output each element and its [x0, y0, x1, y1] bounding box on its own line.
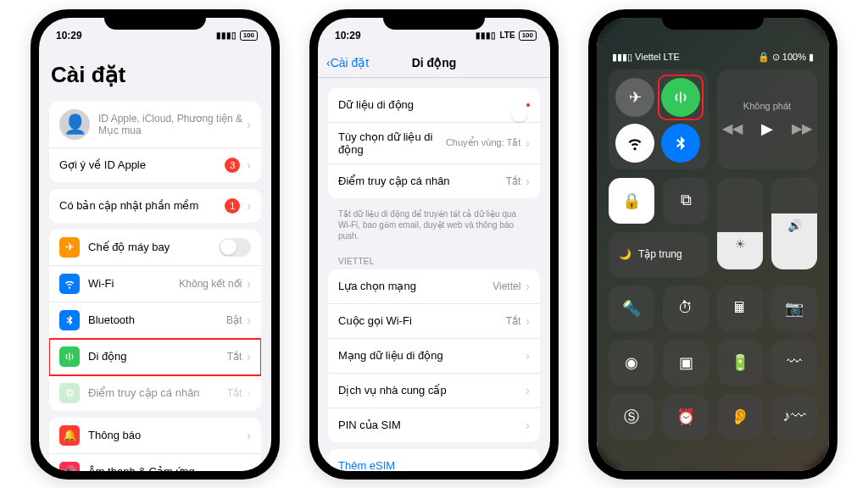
simpin-label: PIN của SIM [338, 419, 524, 431]
row-notifications[interactable]: 🔔 Thông báo › [49, 418, 261, 454]
chevron-right-icon: › [247, 277, 251, 291]
wificall-label: Cuộc gọi Wi-Fi [338, 314, 506, 327]
cc-qr-scan[interactable]: ▣ [663, 340, 709, 385]
cc-screen-mirror[interactable]: ⧉ [663, 178, 709, 224]
back-button[interactable]: ‹ Cài đặt [326, 56, 369, 69]
cc-status-bar: ▮▮▮▯ Viettel LTE 🔒 ⊙ 100% ▮ [609, 52, 817, 69]
row-cellular[interactable]: Di động Tắt › [49, 339, 261, 375]
chevron-right-icon: › [526, 136, 530, 150]
chevron-right-icon: › [526, 384, 530, 397]
cc-alarm[interactable]: ⏰ [663, 394, 709, 440]
row-personal-hotspot[interactable]: Điểm truy cập cá nhân Tắt › [328, 164, 540, 198]
row-data-network[interactable]: Mạng dữ liệu di động › [328, 339, 540, 374]
status-right: ▮▮▮▯ LTE 100 [476, 30, 537, 41]
chevron-right-icon: › [526, 175, 530, 188]
suggestion-label: Gợi ý về ID Apple [59, 158, 225, 171]
status-time: 10:29 [56, 30, 82, 42]
brightness-fill: ☀ [717, 232, 763, 269]
row-wifi[interactable]: Wi-Fi Không kết nối › [49, 266, 261, 302]
bell-icon: 🔔 [59, 425, 80, 446]
back-label: Cài đặt [331, 56, 370, 69]
cc-sound-recognition[interactable]: 〰 [771, 340, 817, 385]
hotspot-icon: ⧉ [59, 383, 80, 403]
focus-label: Tập trung [638, 248, 682, 260]
cc-grid: ✈ Không phát ◀◀ ▶ ▶▶ [609, 69, 817, 440]
network-label: Lựa chọn mạng [338, 280, 492, 292]
row-appleid-profile[interactable]: 👤 ID Apple, iCloud, Phương tiện & Mục mu… [49, 102, 261, 148]
play-icon[interactable]: ▶ [761, 119, 773, 138]
row-data-options[interactable]: Tùy chọn dữ liệu di động Chuyển vùng: Tắ… [328, 123, 540, 164]
cc-low-power[interactable]: 🔋 [717, 340, 763, 385]
cc-shazam[interactable]: Ⓢ [609, 394, 654, 440]
bt-label: Bluetooth [88, 313, 226, 326]
cc-focus-tile[interactable]: 🌙 Tập trung [609, 232, 709, 277]
row-appleid-suggestion[interactable]: Gợi ý về ID Apple 3 › [49, 148, 261, 182]
cc-airplane-button[interactable]: ✈ [615, 78, 654, 117]
cc-screen-record[interactable]: ◉ [609, 340, 654, 385]
row-add-esim[interactable]: Thêm eSIM [328, 449, 540, 471]
status-time: 10:29 [335, 30, 361, 42]
chevron-right-icon: › [526, 419, 530, 432]
cc-calculator[interactable]: 🖩 [717, 286, 763, 331]
addesim-label: Thêm eSIM [338, 459, 530, 471]
row-bluetooth[interactable]: Bluetooth Bật › [49, 302, 261, 339]
row-software-update[interactable]: Có bản cập nhật phần mềm 1 › [49, 189, 261, 223]
phone-control-center: ▮▮▮▯ Viettel LTE 🔒 ⊙ 100% ▮ ✈ [588, 9, 837, 480]
row-hotspot[interactable]: ⧉ Điểm truy cập cá nhân Tắt › [49, 375, 261, 411]
cc-flashlight[interactable]: 🔦 [609, 286, 654, 331]
wifi-label: Wi-Fi [88, 277, 179, 290]
prev-icon[interactable]: ◀◀ [722, 120, 743, 136]
row-wifi-calling[interactable]: Cuộc gọi Wi-Fi Tắt › [328, 304, 540, 339]
appleid-line1: ID Apple, iCloud, Phương tiện & [98, 113, 245, 125]
group-esim: Thêm eSIM [328, 449, 540, 471]
nav-title: Di động [412, 56, 457, 69]
wifi-value: Không kết nối [179, 278, 242, 290]
control-center-bg: ▮▮▮▯ Viettel LTE 🔒 ⊙ 100% ▮ ✈ [597, 18, 829, 471]
section-header-carrier: VIETTEL [318, 245, 550, 269]
next-icon[interactable]: ▶▶ [792, 120, 812, 136]
airplane-toggle[interactable] [219, 238, 251, 257]
highlight-toggle [526, 103, 530, 107]
group-connectivity: ✈ Chế độ máy bay Wi-Fi Không kết nối › B… [49, 230, 261, 411]
media-controls: ◀◀ ▶ ▶▶ [722, 119, 812, 138]
phone-cellular-detail: 10:29 ▮▮▮▯ LTE 100 ‹ Cài đặt Di động Dữ … [309, 9, 559, 480]
options-label: Tùy chọn dữ liệu di động [338, 130, 446, 156]
cc-camera[interactable]: 📷 [771, 286, 817, 331]
cellular-value: Tắt [227, 351, 242, 363]
airplane-icon: ✈ [59, 237, 80, 258]
notch [383, 9, 485, 30]
row-network-selection[interactable]: Lựa chọn mạng Viettel › [328, 269, 540, 304]
cc-connectivity-tile[interactable]: ✈ [609, 69, 709, 169]
cc-wifi-button[interactable] [615, 124, 654, 163]
battery-icon: 100 [519, 30, 537, 41]
update-label: Có bản cập nhật phần mềm [59, 199, 225, 212]
chevron-right-icon: › [247, 350, 251, 363]
cc-battery: 🔒 ⊙ 100% ▮ [758, 52, 814, 63]
notch [662, 9, 764, 30]
airplane-label: Chế độ máy bay [88, 241, 219, 253]
cc-orientation-lock[interactable]: 🔒 [609, 178, 654, 224]
cc-media-tile[interactable]: Không phát ◀◀ ▶ ▶▶ [717, 69, 817, 169]
cc-volume-slider[interactable]: 🔊 [771, 178, 817, 269]
cc-cellular-button[interactable] [661, 78, 700, 117]
wifi-icon [59, 274, 80, 294]
row-sounds[interactable]: 🔊 Âm thanh & Cảm ứng › [49, 454, 261, 471]
net-label: LTE [499, 30, 515, 40]
nav-bar: ‹ Cài đặt Di động [318, 48, 550, 78]
row-carrier-services[interactable]: Dịch vụ nhà cung cấp › [328, 374, 540, 408]
hotspot-value: Tắt [506, 175, 521, 187]
hotspot-label: Điểm truy cập cá nhân [338, 175, 506, 187]
cc-background-sounds[interactable]: ♪〰 [771, 394, 817, 440]
mobiledata-label: Dữ liệu di động [338, 98, 526, 111]
screen-settings: 10:29 ▮▮▮▯ 100 Cài đặt 👤 ID Apple, iClou… [39, 18, 271, 471]
cc-carrier: ▮▮▮▯ Viettel LTE [612, 52, 680, 63]
row-airplane-mode[interactable]: ✈ Chế độ máy bay [49, 230, 261, 266]
cc-brightness-slider[interactable]: ☀ [717, 178, 763, 269]
cc-timer[interactable]: ⏱ [663, 286, 709, 331]
row-sim-pin[interactable]: PIN của SIM › [328, 408, 540, 442]
cc-hearing[interactable]: 👂 [717, 394, 763, 440]
cellular-label: Di động [88, 350, 227, 363]
signal-icon: ▮▮▮▯ [216, 30, 236, 40]
network-value: Viettel [492, 280, 520, 292]
cc-bluetooth-button[interactable] [661, 124, 700, 163]
